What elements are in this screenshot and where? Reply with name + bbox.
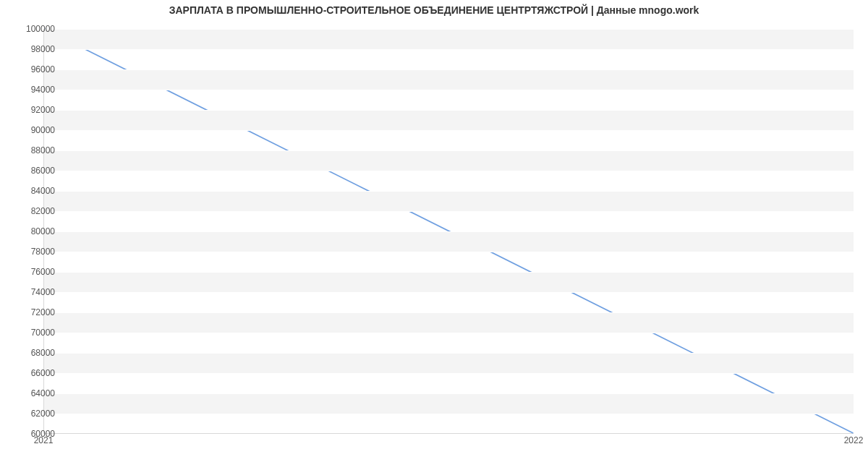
gridline-y	[44, 231, 854, 232]
y-tick-label: 66000	[19, 368, 55, 378]
chart-title: ЗАРПЛАТА В ПРОМЫШЛЕННО-СТРОИТЕЛЬНОЕ ОБЪЕ…	[0, 4, 868, 16]
grid-band	[44, 272, 854, 292]
y-tick-label: 88000	[19, 145, 55, 155]
grid-band	[44, 110, 854, 130]
gridline-y	[44, 312, 854, 313]
y-tick-label: 98000	[19, 44, 55, 54]
gridline-y	[44, 110, 854, 111]
y-tick-label: 68000	[19, 348, 55, 358]
gridline-y	[44, 211, 854, 212]
plot-area	[43, 29, 854, 434]
y-tick-label: 96000	[19, 64, 55, 74]
grid-band	[44, 353, 854, 373]
grid-band	[44, 312, 854, 333]
grid-band	[44, 69, 854, 90]
grid-band	[44, 29, 854, 49]
grid-band	[44, 393, 854, 414]
y-tick-label: 80000	[19, 226, 55, 236]
x-tick-label: 2021	[34, 435, 54, 445]
gridline-y	[44, 252, 854, 252]
gridline-y	[44, 90, 854, 90]
y-tick-label: 74000	[19, 287, 55, 297]
y-tick-label: 86000	[19, 166, 55, 176]
gridline-y	[44, 49, 854, 50]
y-tick-label: 76000	[19, 267, 55, 277]
y-tick-label: 70000	[19, 328, 55, 338]
y-tick-label: 90000	[19, 125, 55, 135]
gridline-y	[44, 171, 854, 171]
gridline-y	[44, 393, 854, 394]
grid-band	[44, 150, 854, 171]
gridline-y	[44, 333, 854, 333]
x-tick-label: 2022	[844, 435, 864, 445]
gridline-y	[44, 373, 854, 374]
gridline-y	[44, 272, 854, 273]
grid-band	[44, 231, 854, 252]
gridline-y	[44, 414, 854, 414]
y-tick-label: 72000	[19, 307, 55, 317]
grid-band	[44, 191, 854, 211]
gridline-y	[44, 69, 854, 70]
gridline-y	[44, 434, 854, 435]
y-tick-label: 82000	[19, 206, 55, 216]
y-tick-label: 92000	[19, 105, 55, 115]
y-tick-label: 94000	[19, 85, 55, 95]
gridline-y	[44, 292, 854, 293]
chart-container: ЗАРПЛАТА В ПРОМЫШЛЕННО-СТРОИТЕЛЬНОЕ ОБЪЕ…	[0, 0, 868, 470]
y-tick-label: 78000	[19, 247, 55, 257]
gridline-y	[44, 150, 854, 151]
y-tick-label: 62000	[19, 409, 55, 419]
y-tick-label: 84000	[19, 186, 55, 196]
y-tick-label: 100000	[19, 24, 55, 34]
gridline-y	[44, 130, 854, 131]
gridline-y	[44, 353, 854, 354]
gridline-y	[44, 191, 854, 192]
gridline-y	[44, 29, 854, 30]
y-tick-label: 64000	[19, 388, 55, 398]
